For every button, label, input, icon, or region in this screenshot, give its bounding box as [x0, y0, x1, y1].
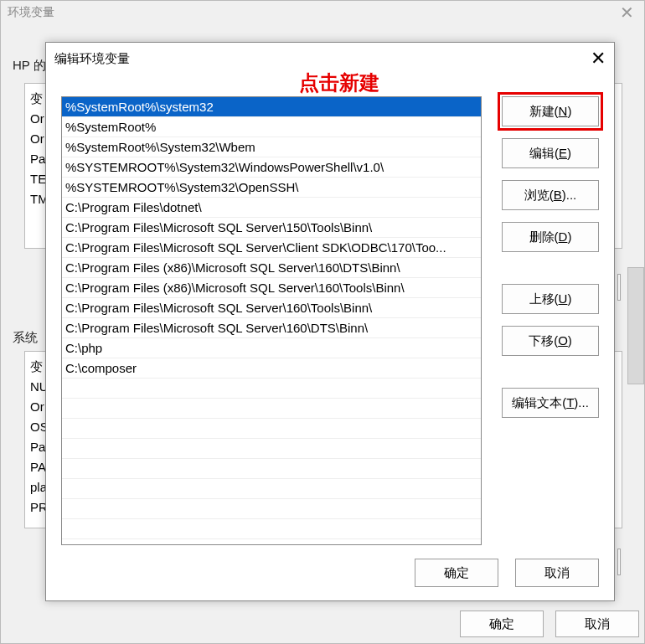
outer-scrollbar[interactable]	[627, 267, 644, 384]
edit-env-var-dialog: 编辑环境变量 ✕ 点击新建 %SystemRoot%\system32%Syst…	[45, 42, 615, 601]
path-row[interactable]: %SystemRoot%	[62, 117, 481, 137]
outer-cancel-button[interactable]: 取消	[555, 611, 639, 637]
path-row[interactable]: C:\Program Files (x86)\Microsoft SQL Ser…	[62, 258, 481, 278]
edit-button[interactable]: 编辑(E)	[502, 138, 599, 168]
path-row-empty[interactable]	[62, 519, 481, 539]
path-row-empty[interactable]	[62, 399, 481, 419]
path-row[interactable]: %SYSTEMROOT%\System32\OpenSSH\	[62, 178, 481, 198]
path-row[interactable]: C:\Program Files\dotnet\	[62, 198, 481, 218]
path-row[interactable]: %SystemRoot%\system32	[62, 97, 481, 117]
outer-close-icon[interactable]: ✕	[620, 3, 634, 23]
path-row[interactable]: C:\php	[62, 338, 481, 358]
path-row-empty[interactable]	[62, 459, 481, 479]
path-row-empty[interactable]	[62, 479, 481, 499]
user-vars-heading: HP 的	[13, 58, 46, 74]
path-row[interactable]: C:\composer	[62, 358, 481, 379]
move-down-button[interactable]: 下移(O)	[502, 326, 599, 356]
path-row-empty[interactable]	[62, 379, 481, 399]
path-row[interactable]: C:\Program Files (x86)\Microsoft SQL Ser…	[62, 278, 481, 298]
outer-btn-stub-2[interactable]	[617, 549, 621, 575]
sys-vars-heading: 系统	[13, 330, 38, 346]
edit-text-button[interactable]: 编辑文本(T)...	[502, 388, 599, 418]
path-row[interactable]: C:\Program Files\Microsoft SQL Server\Cl…	[62, 238, 481, 258]
path-row[interactable]: C:\Program Files\Microsoft SQL Server\16…	[62, 298, 481, 318]
path-listbox[interactable]: %SystemRoot%\system32%SystemRoot%%System…	[61, 96, 482, 545]
delete-button[interactable]: 删除(D)	[502, 222, 599, 252]
move-up-button[interactable]: 上移(U)	[502, 284, 599, 314]
path-row[interactable]: C:\Program Files\Microsoft SQL Server\16…	[62, 318, 481, 338]
inner-ok-button[interactable]: 确定	[415, 559, 498, 587]
outer-ok-button[interactable]: 确定	[460, 611, 544, 637]
annotation-label: 点击新建	[299, 70, 379, 96]
inner-close-icon[interactable]: ✕	[591, 48, 606, 70]
path-row-empty[interactable]	[62, 439, 481, 459]
outer-btn-stub-1[interactable]	[617, 274, 621, 301]
inner-cancel-button[interactable]: 取消	[515, 559, 599, 587]
path-row-empty[interactable]	[62, 419, 481, 439]
outer-title: 环境变量	[8, 5, 54, 20]
inner-title: 编辑环境变量	[54, 51, 130, 67]
path-row[interactable]: %SystemRoot%\System32\Wbem	[62, 137, 481, 157]
browse-button[interactable]: 浏览(B)...	[502, 180, 599, 210]
new-button[interactable]: 新建(N)	[502, 96, 599, 126]
button-column: 新建(N) 编辑(E) 浏览(B)... 删除(D) 上移(U) 下移(O) 编…	[502, 96, 599, 430]
path-row[interactable]: %SYSTEMROOT%\System32\WindowsPowerShell\…	[62, 157, 481, 178]
path-row[interactable]: C:\Program Files\Microsoft SQL Server\15…	[62, 218, 481, 238]
path-row-empty[interactable]	[62, 499, 481, 519]
